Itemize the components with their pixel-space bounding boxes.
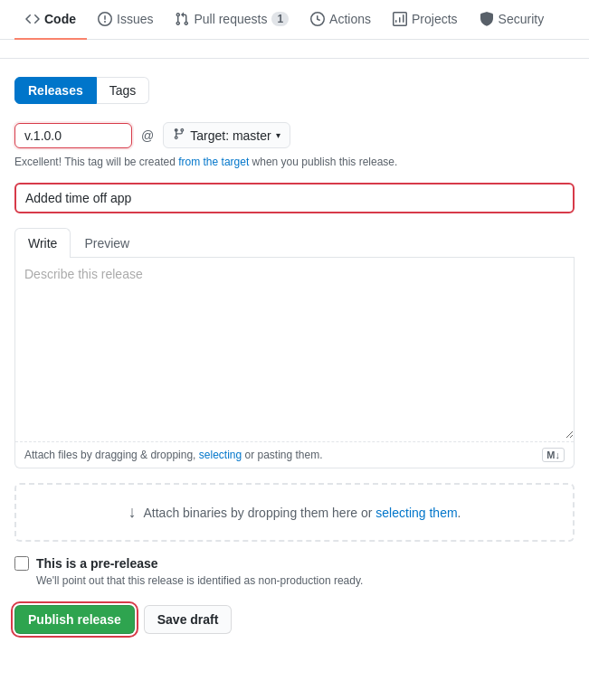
action-buttons: Publish release Save draft (14, 605, 575, 634)
tags-tab[interactable]: Tags (97, 77, 150, 104)
binaries-drop-area[interactable]: ↓ Attach binaries by dropping them here … (14, 483, 575, 542)
code-icon (25, 12, 40, 26)
tag-hint-prefix: Excellent! This tag will be created (14, 156, 178, 168)
write-tab[interactable]: Write (14, 228, 71, 258)
editor-tabs: Write Preview (14, 228, 575, 258)
nav-projects-label: Projects (412, 12, 458, 26)
prerelease-description: We'll point out that this release is ide… (36, 574, 575, 587)
markdown-icon: M↓ (542, 448, 565, 462)
binaries-suffix: . (458, 506, 461, 520)
attach-text: Attach files by dragging & dropping, sel… (24, 449, 323, 461)
nav-pull-requests[interactable]: Pull requests 1 (164, 0, 299, 40)
tag-section: @ Target: master ▾ Excellent! This tag w… (14, 122, 575, 168)
security-icon (480, 12, 494, 26)
nav-issues[interactable]: Issues (87, 0, 164, 40)
editor-section: Write Preview Attach files by dragging &… (14, 228, 575, 468)
binaries-text: Attach binaries by dropping them here or… (144, 506, 461, 520)
nav-pr-label: Pull requests (194, 12, 267, 26)
branch-icon (173, 128, 185, 143)
release-title-input[interactable] (16, 184, 573, 212)
nav-actions[interactable]: Actions (299, 0, 382, 40)
nav-issues-label: Issues (117, 12, 153, 26)
main-content: Releases Tags @ Target: master ▾ Excelle… (0, 40, 589, 652)
releases-tags-tabs: Releases Tags (14, 77, 575, 104)
tag-hint-suffix: when you publish this release. (249, 156, 397, 168)
nav-code[interactable]: Code (14, 0, 87, 40)
target-label: Target: master (190, 128, 271, 143)
title-input-wrapper (14, 183, 575, 213)
publish-release-button[interactable]: Publish release (14, 605, 135, 634)
nav-divider (0, 58, 589, 59)
nav-security[interactable]: Security (469, 0, 556, 40)
issue-icon (98, 12, 112, 26)
save-draft-button[interactable]: Save draft (144, 605, 233, 634)
nav-projects[interactable]: Projects (382, 0, 469, 40)
pr-icon (175, 12, 189, 26)
attach-bar: Attach files by dragging & dropping, sel… (15, 441, 574, 468)
preview-tab[interactable]: Preview (71, 228, 143, 258)
tag-hint: Excellent! This tag will be created from… (14, 156, 575, 168)
projects-icon (393, 12, 407, 26)
attach-prefix: Attach files by dragging & dropping, (24, 449, 199, 461)
description-area: Attach files by dragging & dropping, sel… (14, 258, 575, 468)
nav-code-label: Code (44, 12, 76, 26)
binaries-prefix: Attach binaries by dropping them here or (144, 506, 376, 520)
tag-row: @ Target: master ▾ (14, 122, 575, 148)
attach-mid: or pasting them. (242, 449, 322, 461)
binaries-select-link[interactable]: selecting them (375, 506, 457, 520)
releases-tab[interactable]: Releases (14, 77, 97, 104)
prerelease-section: This is a pre-release We'll point out th… (14, 556, 575, 587)
target-branch-button[interactable]: Target: master ▾ (163, 122, 290, 148)
prerelease-label-text: This is a pre-release (36, 556, 158, 571)
tag-input[interactable] (14, 123, 132, 148)
prerelease-label[interactable]: This is a pre-release (14, 556, 575, 571)
at-symbol: @ (141, 128, 154, 143)
nav-actions-label: Actions (329, 12, 371, 26)
tag-hint-link[interactable]: from the target (178, 156, 249, 168)
actions-icon (310, 12, 325, 26)
pr-badge: 1 (271, 12, 289, 26)
down-arrow-icon: ↓ (128, 503, 137, 522)
description-textarea[interactable] (15, 258, 574, 439)
chevron-down-icon: ▾ (276, 130, 280, 140)
prerelease-checkbox[interactable] (14, 556, 29, 571)
top-nav: Code Issues Pull requests 1 Actions (0, 0, 589, 40)
attach-selecting-link[interactable]: selecting (199, 449, 242, 461)
nav-security-label: Security (499, 12, 545, 26)
